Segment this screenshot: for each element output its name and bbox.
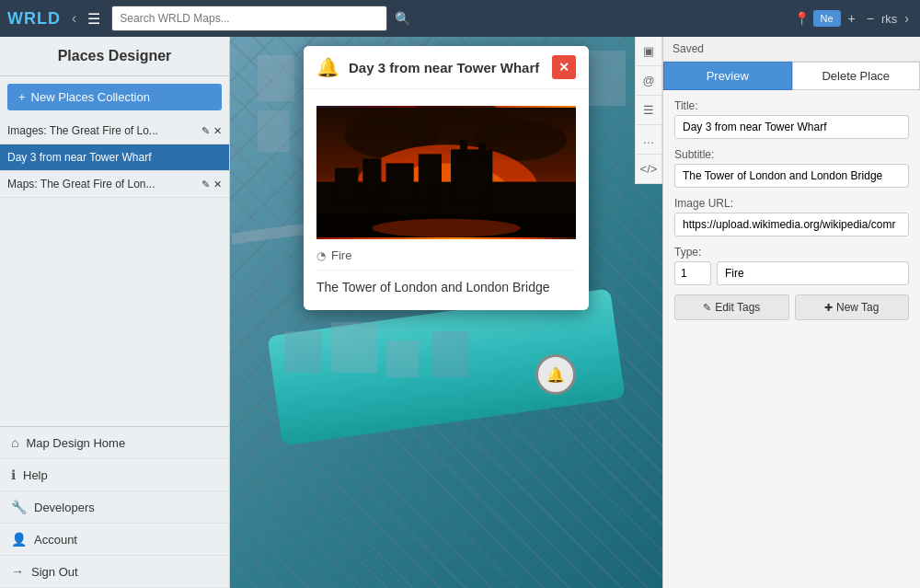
delete-place-button[interactable]: Delete Place: [792, 62, 921, 90]
collection-list: Images: The Great Fire of Lo... ✎ ✕ Day …: [0, 118, 229, 426]
bottom-nav: ⌂ Map Design Home ℹ Help 🔧 Developers 👤 …: [0, 426, 229, 588]
title-input[interactable]: [674, 115, 909, 139]
map-marker[interactable]: 🔔: [535, 354, 576, 395]
search-input[interactable]: [111, 6, 387, 31]
sidebar-item-map-design-home[interactable]: ⌂ Map Design Home: [0, 427, 229, 459]
toolbar-list-btn[interactable]: ☰: [636, 96, 661, 125]
tag-icon: ◔: [316, 249, 326, 262]
svg-rect-17: [432, 331, 469, 377]
nav-plus-icon[interactable]: +: [845, 9, 859, 28]
map-area[interactable]: 🔔 🔔 Day 3 from near Tower Wharf ✕: [230, 37, 662, 588]
collection-item-images-label: Images: The Great Fire of Lo...: [7, 124, 201, 137]
image-url-label: Image URL:: [674, 197, 909, 210]
marker-circle: 🔔: [535, 354, 576, 395]
wrld-logo: WRLD: [7, 9, 61, 29]
edit-tags-label: Edit Tags: [715, 301, 760, 314]
edit-tags-button[interactable]: ✎ Edit Tags: [674, 294, 789, 320]
right-panel: Saved Preview Delete Place Title: Subtit…: [662, 37, 920, 588]
form-group-subtitle: Subtitle:: [674, 148, 909, 188]
close-maps-icon[interactable]: ✕: [213, 179, 222, 190]
close-icon[interactable]: ✕: [213, 125, 222, 137]
nav-right-controls: 📍 Ne + − rks ›: [794, 9, 913, 28]
popup-close-button[interactable]: ✕: [552, 55, 576, 79]
search-icon: 🔍: [395, 11, 410, 26]
image-url-input[interactable]: [674, 213, 909, 236]
form-group-image-url: Image URL:: [674, 197, 909, 236]
type-number-input[interactable]: [674, 261, 711, 285]
sidebar-item-sign-out[interactable]: → Sign Out: [0, 556, 229, 588]
marker-fire-icon: 🔔: [546, 366, 565, 384]
sign-out-label: Sign Out: [31, 565, 78, 579]
title-label: Title:: [674, 99, 909, 112]
svg-point-38: [372, 219, 520, 237]
collection-item-images-icons: ✎ ✕: [201, 125, 222, 137]
subtitle-label: Subtitle:: [674, 148, 909, 161]
toolbar-layers-btn[interactable]: ▣: [636, 37, 661, 66]
toolbar-code-btn[interactable]: </>: [636, 155, 661, 184]
nav-chevron-right-icon[interactable]: ›: [901, 9, 913, 28]
preview-button[interactable]: Preview: [663, 62, 792, 90]
hamburger-icon[interactable]: ☰: [84, 6, 104, 31]
account-label: Account: [34, 533, 77, 547]
plus-icon: +: [18, 90, 26, 104]
form-group-title: Title:: [674, 99, 909, 139]
left-sidebar: Places Designer + New Places Collection …: [0, 37, 230, 588]
sidebar-item-account[interactable]: 👤 Account: [0, 524, 229, 556]
nav-label: rks: [881, 12, 897, 26]
popup-image-container: [304, 89, 589, 239]
right-panel-actions: Preview Delete Place: [663, 62, 920, 90]
edit-maps-icon[interactable]: ✎: [201, 179, 210, 190]
developers-icon: 🔧: [11, 500, 27, 514]
collection-item-images[interactable]: Images: The Great Fire of Lo... ✎ ✕: [0, 118, 229, 144]
collection-item-day3[interactable]: Day 3 from near Tower Wharf: [0, 144, 229, 171]
saved-label: Saved: [673, 42, 704, 55]
help-label: Help: [23, 468, 48, 482]
top-nav: WRLD ‹ ☰ 🔍 📍 Ne + − rks ›: [0, 0, 920, 37]
collection-item-day3-label: Day 3 from near Tower Wharf: [7, 151, 222, 164]
svg-rect-16: [386, 340, 419, 377]
sign-out-icon: →: [11, 564, 24, 579]
popup-header: 🔔 Day 3 from near Tower Wharf ✕: [304, 46, 589, 89]
popup-tag: Fire: [331, 248, 351, 262]
new-collection-label: New Places Collection: [31, 90, 150, 104]
sidebar-item-help[interactable]: ℹ Help: [0, 459, 229, 491]
svg-rect-28: [386, 163, 414, 204]
popup-title: Day 3 from near Tower Wharf: [349, 60, 543, 75]
new-tag-button[interactable]: ✚ New Tag: [795, 294, 910, 320]
svg-rect-15: [331, 322, 377, 373]
new-tag-label: New Tag: [836, 301, 879, 314]
nav-new-button[interactable]: Ne: [813, 10, 841, 27]
svg-rect-26: [335, 167, 358, 204]
main-layout: Places Designer + New Places Collection …: [0, 37, 920, 588]
nav-minus-icon[interactable]: −: [863, 9, 878, 28]
help-icon: ℹ: [11, 467, 16, 482]
home-icon: ⌂: [11, 435, 18, 450]
toolbar-at-btn[interactable]: @: [636, 66, 661, 96]
fire-painting-svg: [316, 106, 576, 239]
svg-rect-4: [258, 110, 290, 152]
svg-rect-32: [478, 143, 486, 163]
map-design-home-label: Map Design Home: [26, 436, 125, 450]
popup-bell-icon: 🔔: [316, 56, 339, 78]
side-toolbar: ▣ @ ☰ … </>: [635, 37, 662, 184]
form-section: Title: Subtitle: Image URL: Type:: [663, 90, 920, 588]
type-value-input[interactable]: [717, 261, 909, 285]
popup-image: [316, 106, 576, 239]
location-icon: 📍: [794, 11, 810, 26]
account-icon: 👤: [11, 532, 27, 547]
new-collection-button[interactable]: + New Places Collection: [7, 84, 222, 110]
type-label: Type:: [674, 246, 909, 259]
popup-description: The Tower of London and London Bridge: [316, 278, 576, 297]
tag-buttons: ✎ Edit Tags ✚ New Tag: [674, 294, 909, 320]
svg-rect-14: [285, 331, 322, 373]
edit-icon[interactable]: ✎: [201, 125, 210, 137]
edit-tags-icon: ✎: [703, 302, 711, 314]
form-group-type: Type:: [674, 246, 909, 285]
type-row: [674, 261, 909, 285]
nav-chevron-left-icon[interactable]: ‹: [72, 10, 76, 27]
toolbar-more-btn[interactable]: …: [636, 125, 661, 155]
right-panel-status-bar: Saved: [663, 37, 920, 62]
subtitle-input[interactable]: [674, 164, 909, 188]
sidebar-item-developers[interactable]: 🔧 Developers: [0, 491, 229, 524]
collection-item-maps[interactable]: Maps: The Great Fire of Lon... ✎ ✕: [0, 171, 229, 198]
